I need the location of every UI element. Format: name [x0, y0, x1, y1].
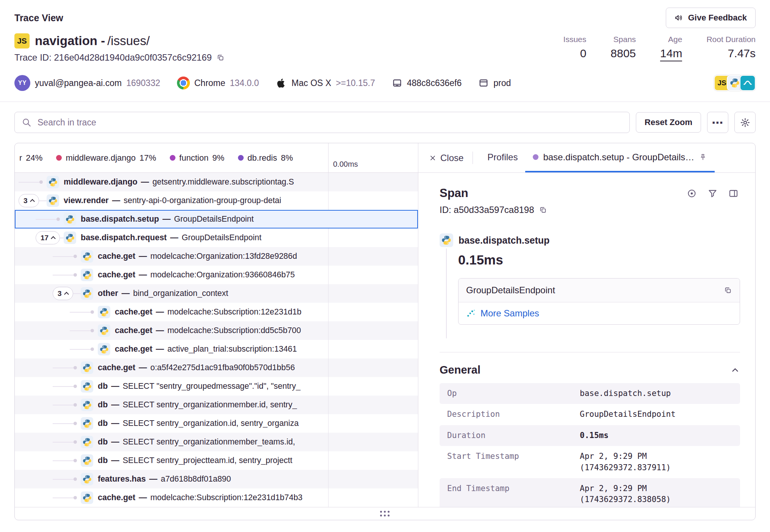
- connector-line: [53, 423, 74, 424]
- filter-span-button[interactable]: [707, 188, 718, 199]
- python-icon: [81, 361, 93, 374]
- connector-line: [36, 219, 56, 220]
- legend-percentage: 8%: [281, 153, 293, 163]
- stat-value: 0: [580, 47, 587, 60]
- tree-row[interactable]: db — SELECT sentry_organizationmember.id…: [15, 396, 418, 414]
- legend-percentage: 17%: [139, 153, 156, 163]
- tree-row[interactable]: cache.get — modelcache:Subscription:12e2…: [15, 303, 418, 321]
- tab-divider: [473, 152, 473, 164]
- browser-version: 134.0.0: [230, 78, 259, 88]
- tree-row[interactable]: cache.get — modelcache:Organization:9366…: [15, 266, 418, 284]
- connector-line: [53, 442, 74, 443]
- tab-span-details[interactable]: base.dispatch.setup - GroupDetails…: [525, 143, 715, 172]
- connector-dot: [74, 366, 77, 369]
- python-icon: [81, 473, 93, 485]
- kv-key: Description: [447, 409, 580, 420]
- tree-row[interactable]: 17 base.dispatch.request — GroupDetailsE…: [15, 228, 418, 247]
- kv-key: Duration: [447, 430, 580, 441]
- more-samples-link[interactable]: More Samples: [480, 308, 539, 319]
- collapse-count-badge[interactable]: 3: [53, 287, 73, 300]
- span-description: SELECT sentry_organization.id, sentry_or…: [123, 419, 299, 428]
- connector-dot: [74, 273, 77, 277]
- tab-profiles[interactable]: Profiles: [480, 143, 525, 172]
- legend: r 24% middleware.django 17% function 9% …: [15, 143, 328, 172]
- tree-row[interactable]: base.dispatch.setup — GroupDetailsEndpoi…: [15, 210, 418, 228]
- environment: prod: [493, 78, 511, 88]
- tree-row[interactable]: cache.get — modelcache:Subscription:dd5c…: [15, 321, 418, 340]
- tree-row[interactable]: cache.get — modelcache:Organization:13fd…: [15, 247, 418, 266]
- collapse-count-badge[interactable]: 3: [19, 194, 39, 207]
- op-description-separator: —: [111, 419, 119, 428]
- tree-row[interactable]: features.has — a7d618b8df01a890: [15, 470, 418, 488]
- chrome-icon: [177, 77, 190, 89]
- span-detail-panel: Span: [418, 173, 755, 507]
- pin-icon[interactable]: [699, 153, 707, 161]
- connector-line: [53, 479, 74, 480]
- python-icon: [81, 250, 93, 263]
- span-description: bind_organization_context: [133, 289, 228, 298]
- copy-sample-button[interactable]: [724, 286, 732, 294]
- span-duration: 0.15ms: [458, 252, 740, 268]
- legend-dot: [238, 155, 244, 161]
- drag-handle-icon[interactable]: [380, 511, 390, 517]
- connector-line: [53, 386, 74, 387]
- trace-id: Trace ID: 216e04d28d1940da9c0f0357c6c921…: [14, 52, 212, 63]
- sidebar-icon: [728, 188, 739, 199]
- tree-row[interactable]: db — SELECT sentry_organization.id, sent…: [15, 414, 418, 433]
- python-icon: [98, 324, 110, 337]
- tree-row-gutter: [36, 217, 64, 221]
- span-op: db: [98, 456, 108, 465]
- tree-row[interactable]: db — SELECT sentry_projectteam.id, sentr…: [15, 451, 418, 470]
- tree-row-gutter: [70, 347, 98, 351]
- gear-icon: [740, 117, 750, 128]
- search-input[interactable]: [37, 117, 623, 128]
- device-icon: [392, 78, 402, 88]
- time-axis: 0.00ms: [328, 143, 418, 172]
- collapse-count-badge[interactable]: 17: [36, 231, 60, 244]
- python-icon: [81, 454, 93, 467]
- python-icon: [81, 399, 93, 411]
- general-table: Op base.dispatch.setup Description Group…: [440, 383, 740, 507]
- span-op: cache.get: [98, 270, 135, 280]
- span-op: cache.get: [98, 363, 135, 372]
- op-description-separator: —: [170, 233, 178, 243]
- copy-trace-id-button[interactable]: [216, 53, 225, 62]
- settings-button[interactable]: [734, 112, 756, 133]
- tree-row-gutter: [53, 459, 81, 462]
- tree-row[interactable]: middleware.django — getsentry.middleware…: [15, 173, 418, 191]
- tree-row[interactable]: 3 view.render — sentry-api-0-organizatio…: [15, 191, 418, 210]
- python-icon: [81, 491, 93, 504]
- span-op: cache.get: [115, 344, 152, 354]
- span-heading: Span: [440, 186, 468, 200]
- close-detail-button[interactable]: Close: [427, 143, 466, 172]
- toggle-panel-button[interactable]: [728, 188, 739, 199]
- copy-span-id-button[interactable]: [539, 206, 547, 214]
- panel-resize-bar[interactable]: [15, 507, 755, 520]
- close-label: Close: [440, 153, 463, 163]
- span-description: modelcache:Subscription:12e231d1b74b3: [150, 493, 303, 502]
- more-options-button[interactable]: ⋯: [707, 112, 728, 133]
- chevron-up-icon: [30, 199, 35, 204]
- page-title: Trace View: [14, 13, 63, 23]
- span-op: middleware.django: [64, 177, 138, 187]
- span-description: GroupDetailsEndpoint: [182, 233, 261, 243]
- tree-row[interactable]: cache.get — active_plan_trial:subscripti…: [15, 340, 418, 358]
- tree-row[interactable]: 3 other — bind_organization_context: [15, 284, 418, 303]
- legend-label: middleware.django: [66, 153, 136, 163]
- tree-row[interactable]: db — SELECT sentry_organizationmember_te…: [15, 433, 418, 451]
- python-icon: [47, 194, 59, 207]
- tree-row[interactable]: cache.get — modelcache:Subscription:12e2…: [15, 488, 418, 507]
- collapse-general-button[interactable]: [730, 365, 740, 375]
- reset-zoom-button[interactable]: Reset Zoom: [636, 112, 701, 133]
- copy-icon: [539, 206, 547, 214]
- focus-span-button[interactable]: [687, 188, 697, 199]
- op-description-separator: —: [139, 493, 147, 502]
- trace-title: navigation -/issues/: [35, 34, 150, 48]
- stat-value: 8805: [610, 47, 636, 60]
- tree-row[interactable]: cache.get — o:a5f42e275d1ac91fba90f0b570…: [15, 358, 418, 377]
- give-feedback-button[interactable]: Give Feedback: [666, 8, 756, 28]
- chevron-up-icon: [51, 236, 56, 241]
- legend-dot: [56, 155, 62, 161]
- javascript-platform-badge: JS: [14, 33, 30, 49]
- tree-row[interactable]: db — SELECT "sentry_groupedmessage"."id"…: [15, 377, 418, 396]
